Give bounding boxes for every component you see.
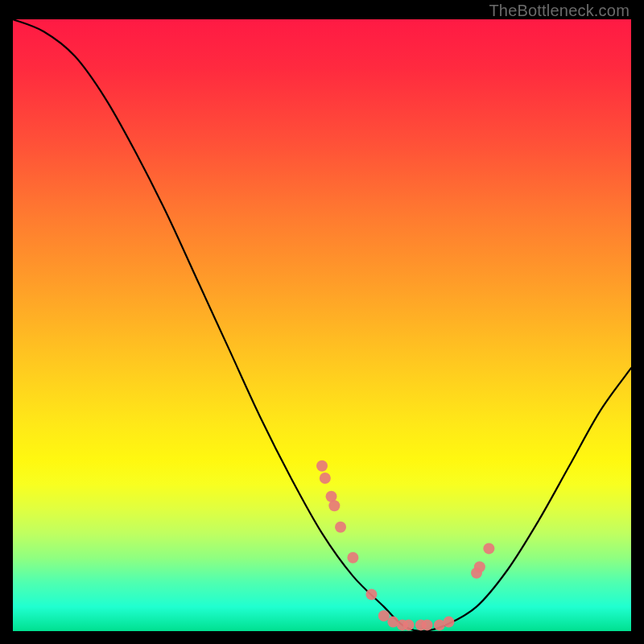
marker-point xyxy=(422,619,433,630)
marker-point xyxy=(403,619,415,630)
marker-point xyxy=(328,500,340,511)
marker-point xyxy=(320,473,331,484)
chart-svg xyxy=(13,19,631,631)
marker-point xyxy=(365,588,377,600)
curve-group xyxy=(13,19,631,631)
marker-point xyxy=(378,610,390,621)
chart-container: TheBottleneck.com xyxy=(0,0,644,644)
marker-point xyxy=(483,543,494,554)
marker-point xyxy=(443,617,454,628)
markers-group xyxy=(316,460,494,631)
marker-point xyxy=(347,552,358,564)
marker-point xyxy=(474,561,485,572)
marker-point xyxy=(335,522,346,533)
bottleneck-curve xyxy=(13,19,631,631)
watermark-text: TheBottleneck.com xyxy=(489,2,630,20)
marker-point xyxy=(316,460,328,472)
